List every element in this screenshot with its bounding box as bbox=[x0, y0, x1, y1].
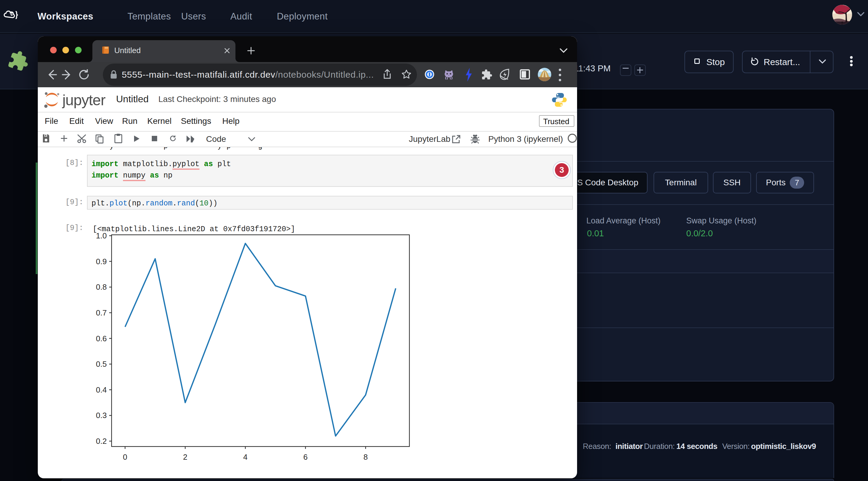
svg-text:0.9: 0.9 bbox=[96, 257, 107, 266]
svg-text:0.3: 0.3 bbox=[96, 411, 107, 420]
svg-text:8: 8 bbox=[364, 452, 368, 461]
svg-text:4: 4 bbox=[243, 452, 247, 461]
svg-text:0.7: 0.7 bbox=[96, 308, 107, 317]
svg-text:0.8: 0.8 bbox=[96, 283, 107, 291]
svg-text:0.2: 0.2 bbox=[96, 437, 107, 446]
svg-text:6: 6 bbox=[303, 452, 307, 461]
svg-text:1.0: 1.0 bbox=[96, 231, 107, 240]
svg-text:0.5: 0.5 bbox=[96, 359, 107, 368]
svg-text:0.6: 0.6 bbox=[96, 334, 107, 343]
svg-text:0.4: 0.4 bbox=[96, 385, 107, 394]
svg-text:0: 0 bbox=[123, 452, 127, 461]
svg-text:2: 2 bbox=[183, 452, 187, 461]
